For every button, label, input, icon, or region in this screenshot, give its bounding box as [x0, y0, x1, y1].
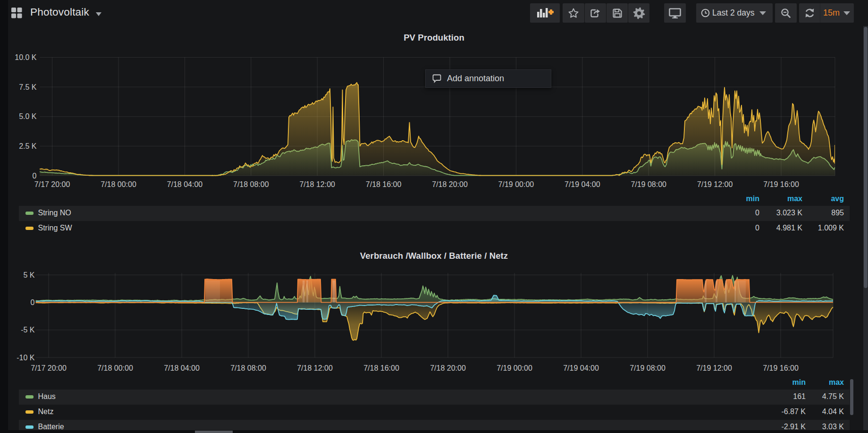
- svg-text:7/19 08:00: 7/19 08:00: [631, 180, 666, 188]
- svg-text:7/17 20:00: 7/17 20:00: [34, 180, 70, 188]
- svg-text:7/19 12:00: 7/19 12:00: [697, 180, 733, 188]
- svg-text:5.0 K: 5.0 K: [19, 112, 37, 120]
- svg-text:7/17 20:00: 7/17 20:00: [31, 364, 67, 372]
- svg-text:7/19 16:00: 7/19 16:00: [763, 364, 799, 372]
- svg-text:0: 0: [33, 172, 37, 180]
- svg-text:7/18 16:00: 7/18 16:00: [366, 180, 402, 188]
- svg-text:7/18 08:00: 7/18 08:00: [230, 364, 266, 372]
- svg-text:7/19 00:00: 7/19 00:00: [498, 180, 534, 188]
- svg-text:-5 K: -5 K: [21, 326, 35, 334]
- svg-text:7/18 08:00: 7/18 08:00: [233, 180, 269, 188]
- svg-text:7/18 20:00: 7/18 20:00: [432, 180, 468, 188]
- svg-text:2.5 K: 2.5 K: [19, 142, 37, 150]
- svg-text:7/19 12:00: 7/19 12:00: [696, 364, 732, 372]
- svg-text:7/18 12:00: 7/18 12:00: [299, 180, 335, 188]
- svg-text:7/18 16:00: 7/18 16:00: [363, 364, 399, 372]
- svg-text:7/18 00:00: 7/18 00:00: [101, 180, 136, 188]
- svg-text:7/18 12:00: 7/18 12:00: [297, 364, 333, 372]
- svg-text:7/18 04:00: 7/18 04:00: [164, 364, 200, 372]
- svg-text:7/18 04:00: 7/18 04:00: [167, 180, 203, 188]
- svg-text:7.5 K: 7.5 K: [19, 83, 37, 91]
- svg-text:7/19 04:00: 7/19 04:00: [565, 180, 600, 188]
- svg-text:7/18 00:00: 7/18 00:00: [97, 364, 133, 372]
- svg-text:7/19 08:00: 7/19 08:00: [630, 364, 666, 372]
- svg-text:5 K: 5 K: [23, 271, 34, 279]
- svg-text:7/18 20:00: 7/18 20:00: [430, 364, 466, 372]
- svg-text:7/19 16:00: 7/19 16:00: [763, 180, 799, 188]
- svg-text:0: 0: [31, 298, 35, 306]
- svg-text:7/19 00:00: 7/19 00:00: [497, 364, 532, 372]
- svg-text:10.0 K: 10.0 K: [15, 53, 37, 61]
- svg-text:-10 K: -10 K: [17, 354, 35, 362]
- svg-text:7/19 04:00: 7/19 04:00: [563, 364, 599, 372]
